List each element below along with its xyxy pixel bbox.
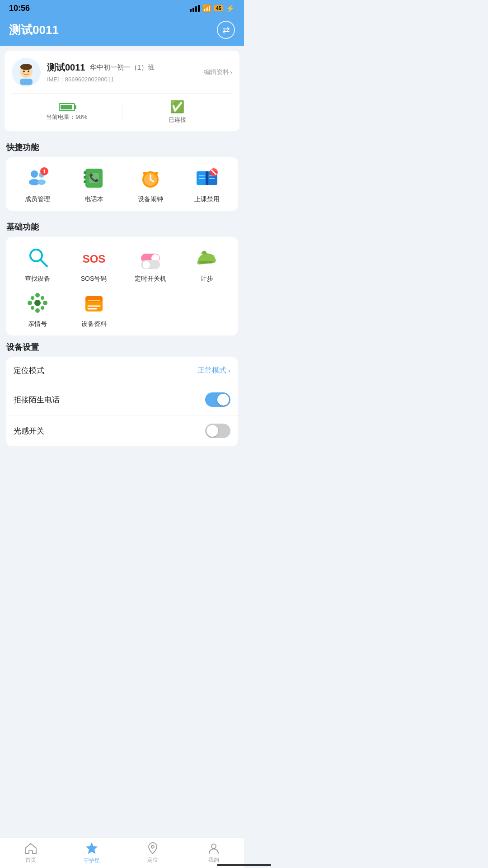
quick-functions-title: 快捷功能 <box>6 142 238 153</box>
quick-functions-section: 快捷功能 1 成员管理 <box>0 136 244 211</box>
member-management-label: 成员管理 <box>25 195 50 203</box>
svg-text:📞: 📞 <box>89 173 99 183</box>
svg-point-9 <box>38 179 46 185</box>
svg-line-35 <box>41 260 47 266</box>
profile-stats: 当前电量：98% ✅ 已连接 <box>12 100 232 124</box>
svg-point-4 <box>23 71 25 72</box>
signal-icon <box>190 5 200 12</box>
device-alarm-label: 设备闹钟 <box>138 195 163 203</box>
member-management-icon-wrap: 1 <box>24 165 51 192</box>
timer-power-label: 定时开关机 <box>135 275 166 283</box>
alarm-icon <box>138 166 163 190</box>
reject-unknown-toggle[interactable] <box>205 392 230 407</box>
header: 测试0011 ⇄ <box>0 16 244 46</box>
svg-point-2 <box>20 64 32 70</box>
device-info-icon-wrap <box>80 289 108 316</box>
svg-point-43 <box>35 293 40 297</box>
light-sensor-label: 光感开关 <box>14 426 44 436</box>
find-device-button[interactable]: 查找设备 <box>10 244 65 283</box>
connection-stat: ✅ 已连接 <box>122 100 233 124</box>
battery-charging-icon: ⚡ <box>226 4 235 13</box>
timer-power-icon-wrap <box>137 244 164 271</box>
svg-point-41 <box>143 261 150 269</box>
header-title: 测试0011 <box>9 22 59 38</box>
phonebook-button[interactable]: 📞 电话本 <box>66 165 121 203</box>
profile-info: 测试0011 华中初一初一（1）班 IMEI：866960200290011 <box>47 61 197 84</box>
device-settings-section: 设备设置 定位模式 正常模式 › 拒接陌生电话 光感开关 <box>0 335 244 446</box>
device-info-label: 设备资料 <box>81 320 107 328</box>
find-device-label: 查找设备 <box>25 275 50 283</box>
battery-visual <box>59 103 75 111</box>
svg-rect-15 <box>84 180 86 183</box>
svg-point-6 <box>31 170 38 178</box>
class-disabled-label: 上课禁用 <box>194 195 220 203</box>
class-disabled-button[interactable]: 上课禁用 <box>179 165 234 203</box>
edit-profile-button[interactable]: 编辑资料 › <box>204 68 232 76</box>
reject-unknown-row: 拒接陌生电话 <box>6 384 238 415</box>
battery-label: 当前电量：98% <box>46 113 87 121</box>
status-icons: 📶 45 ⚡ <box>190 4 235 13</box>
family-number-label: 亲情号 <box>28 320 47 328</box>
svg-rect-27 <box>206 171 208 185</box>
device-info-icon <box>82 291 106 315</box>
svg-point-24 <box>150 179 151 180</box>
basic-functions-title: 基础功能 <box>6 222 238 232</box>
battery-stat: 当前电量：98% <box>12 103 122 121</box>
refresh-button[interactable]: ⇄ <box>217 21 235 39</box>
phonebook-label: 电话本 <box>84 195 103 203</box>
svg-rect-23 <box>155 172 158 175</box>
empty-cell-1 <box>123 289 178 328</box>
edit-label: 编辑资料 <box>204 68 229 76</box>
svg-rect-42 <box>199 261 213 264</box>
profile-name-row: 测试0011 华中初一初一（1）班 <box>47 61 197 74</box>
battery-fill <box>61 105 72 109</box>
pedometer-button[interactable]: 计步 <box>179 244 234 283</box>
avatar <box>12 58 41 87</box>
family-number-icon-wrap <box>24 289 51 316</box>
svg-point-51 <box>34 300 41 306</box>
sos-icon: SOS <box>82 245 106 270</box>
wifi-icon: 📶 <box>202 4 211 13</box>
chevron-right-icon: › <box>228 367 230 375</box>
battery-status: 45 <box>214 5 223 11</box>
device-info-button[interactable]: 设备资料 <box>66 289 121 328</box>
toggle-knob <box>217 394 229 406</box>
family-number-button[interactable]: 亲情号 <box>10 289 65 328</box>
svg-point-45 <box>28 301 32 305</box>
sos-label: SOS号码 <box>81 275 107 283</box>
device-settings-title: 设备设置 <box>6 342 238 353</box>
class-disabled-icon-wrap <box>193 165 221 192</box>
basic-functions-section: 基础功能 查找设备 SOS SOS号码 <box>0 215 244 335</box>
light-sensor-row: 光感开关 <box>6 415 238 446</box>
positioning-mode-row[interactable]: 定位模式 正常模式 › <box>6 357 238 384</box>
svg-point-48 <box>41 296 44 300</box>
connected-icon: ✅ <box>170 100 184 114</box>
chevron-right-icon: › <box>230 69 232 76</box>
member-management-button[interactable]: 1 成员管理 <box>10 165 65 203</box>
svg-point-47 <box>31 296 34 300</box>
profile-top: 测试0011 华中初一初一（1）班 IMEI：866960200290011 编… <box>12 58 232 87</box>
find-device-icon <box>25 245 50 270</box>
positioning-mode-label: 定位模式 <box>14 365 44 376</box>
quick-functions-grid: 1 成员管理 📞 电话本 <box>6 157 238 211</box>
sos-button[interactable]: SOS SOS号码 <box>66 244 121 283</box>
timer-power-button[interactable]: 定时开关机 <box>123 244 178 283</box>
toggle-knob-2 <box>206 425 218 437</box>
basic-functions-grid: 查找设备 SOS SOS号码 <box>10 244 234 283</box>
family-number-icon <box>25 291 50 315</box>
svg-rect-3 <box>20 79 33 85</box>
svg-rect-22 <box>143 172 146 175</box>
svg-point-44 <box>35 308 40 313</box>
sos-icon-wrap: SOS <box>80 244 108 271</box>
light-sensor-toggle[interactable] <box>205 424 230 438</box>
device-alarm-button[interactable]: 设备闹钟 <box>123 165 178 203</box>
reject-unknown-label: 拒接陌生电话 <box>14 395 60 405</box>
pedometer-label: 计步 <box>201 275 213 283</box>
device-alarm-icon-wrap <box>137 165 164 192</box>
avatar-svg <box>14 60 39 85</box>
class-disabled-icon <box>195 166 219 190</box>
svg-rect-14 <box>84 176 86 179</box>
member-icon: 1 <box>25 166 50 190</box>
empty-cell-2 <box>179 289 234 328</box>
profile-divider <box>12 93 232 94</box>
